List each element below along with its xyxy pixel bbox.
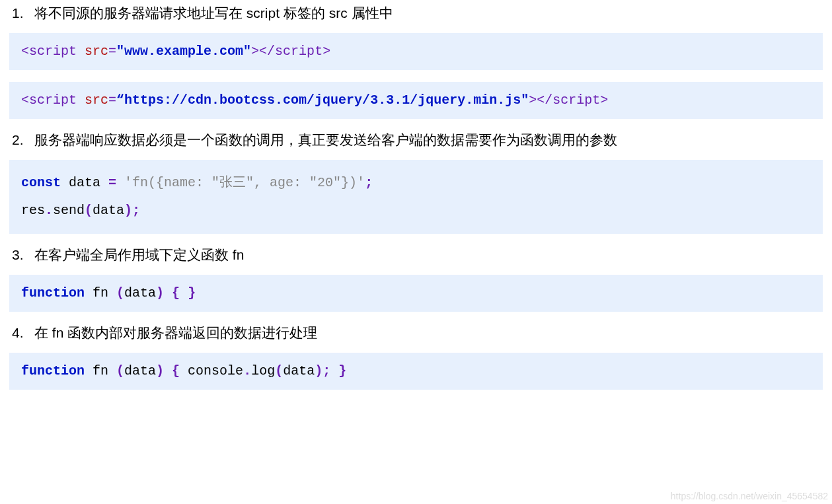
step-4-text: 在 fn 函数内部对服务器端返回的数据进行处理 bbox=[34, 324, 317, 342]
step-1-number: 1. bbox=[12, 5, 34, 21]
step-2: 2. 服务器端响应数据必须是一个函数的调用，真正要发送给客户端的数据需要作为函数… bbox=[9, 131, 823, 234]
step-1-text: 将不同源的服务器端请求地址写在 script 标签的 src 属性中 bbox=[34, 4, 393, 22]
step-4-code-1: function fn (data) { console.log(data); … bbox=[9, 353, 823, 390]
step-3-number: 3. bbox=[12, 247, 34, 263]
step-1: 1. 将不同源的服务器端请求地址写在 script 标签的 src 属性中 <s… bbox=[9, 4, 823, 119]
step-4-number: 4. bbox=[12, 325, 34, 341]
step-3-code-1: function fn (data) { } bbox=[9, 275, 823, 312]
step-list: 1. 将不同源的服务器端请求地址写在 script 标签的 src 属性中 <s… bbox=[9, 4, 823, 390]
step-1-code-2: <script src=“https://cdn.bootcss.com/jqu… bbox=[9, 82, 823, 119]
step-3: 3. 在客户端全局作用域下定义函数 fn function fn (data) … bbox=[9, 246, 823, 312]
watermark: https://blog.csdn.net/weixin_45654582 bbox=[671, 491, 828, 501]
step-3-text: 在客户端全局作用域下定义函数 fn bbox=[34, 246, 244, 264]
step-3-heading: 3. 在客户端全局作用域下定义函数 fn bbox=[12, 246, 823, 264]
step-2-number: 2. bbox=[12, 132, 34, 148]
step-1-heading: 1. 将不同源的服务器端请求地址写在 script 标签的 src 属性中 bbox=[12, 4, 823, 22]
step-2-code-1: const data = 'fn({name: "张三", age: "20"}… bbox=[9, 160, 823, 234]
step-4-heading: 4. 在 fn 函数内部对服务器端返回的数据进行处理 bbox=[12, 324, 823, 342]
step-1-code-1: <script src="www.example.com"></script> bbox=[9, 33, 823, 70]
step-2-text: 服务器端响应数据必须是一个函数的调用，真正要发送给客户端的数据需要作为函数调用的… bbox=[34, 131, 617, 149]
step-4: 4. 在 fn 函数内部对服务器端返回的数据进行处理 function fn (… bbox=[9, 324, 823, 390]
step-2-heading: 2. 服务器端响应数据必须是一个函数的调用，真正要发送给客户端的数据需要作为函数… bbox=[12, 131, 823, 149]
